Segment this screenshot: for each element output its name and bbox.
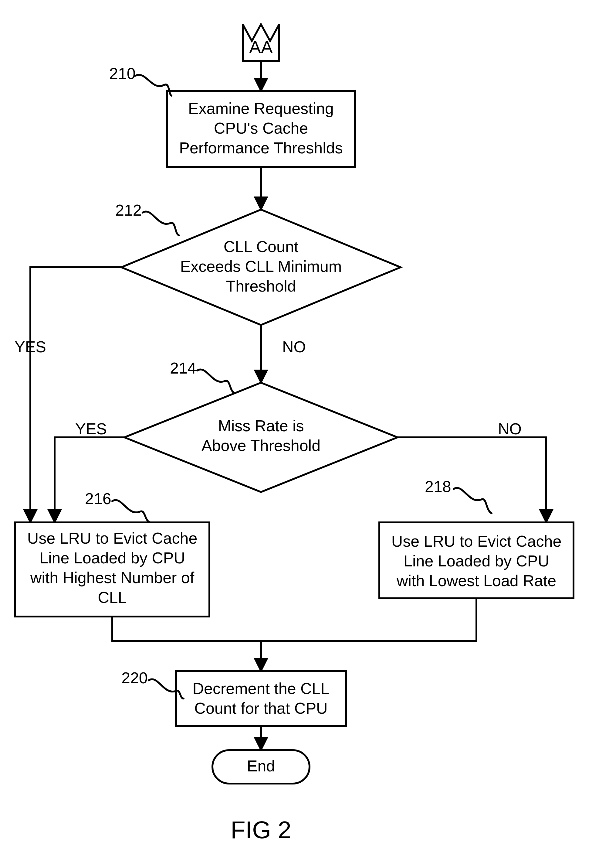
node-220-l1: Decrement the CLL xyxy=(193,680,330,697)
node-216-l2: Line Loaded by CPU xyxy=(39,549,185,567)
node-212-l2: Exceeds CLL Minimum xyxy=(180,258,342,275)
edge-212-no-label: NO xyxy=(282,338,306,356)
ref-210: 210 xyxy=(109,65,135,82)
node-210-l2: CPU's Cache xyxy=(214,119,308,137)
edge-216-to-merge xyxy=(112,616,261,641)
node-216-l1: Use LRU to Evict Cache xyxy=(27,529,197,547)
node-220: Decrement the CLL Count for that CPU xyxy=(176,671,346,726)
connector-aa: AA xyxy=(243,24,279,61)
edge-212-yes xyxy=(30,267,121,522)
figure-caption: FIG 2 xyxy=(230,817,291,844)
ref-218-squiggle xyxy=(454,488,492,513)
node-216-l4: CLL xyxy=(98,589,126,606)
edge-214-yes xyxy=(55,437,124,522)
ref-220: 220 xyxy=(121,669,148,687)
node-218: Use LRU to Evict Cache Line Loaded by CP… xyxy=(379,522,573,598)
node-214: Miss Rate is Above Threshold xyxy=(124,383,397,492)
ref-214: 214 xyxy=(170,359,196,377)
edge-214-yes-label: YES xyxy=(75,420,107,438)
node-212-l3: Threshold xyxy=(226,277,296,295)
connector-aa-label: AA xyxy=(249,37,273,57)
node-210-l1: Examine Requesting xyxy=(188,100,334,117)
node-216: Use LRU to Evict Cache Line Loaded by CP… xyxy=(15,522,209,616)
node-210-l3: Performance Threshlds xyxy=(179,139,343,157)
node-220-l2: Count for that CPU xyxy=(194,699,327,717)
node-end: End xyxy=(212,750,310,783)
ref-216-squiggle xyxy=(112,500,150,522)
edge-218-to-merge xyxy=(261,598,476,641)
node-216-l3: with Highest Number of xyxy=(30,569,194,586)
edge-212-yes-label: YES xyxy=(15,338,46,356)
edge-214-no xyxy=(397,437,546,522)
node-214-l1: Miss Rate is xyxy=(218,417,304,435)
node-212-l1: CLL Count xyxy=(224,238,299,255)
node-212: CLL Count Exceeds CLL Minimum Threshold xyxy=(121,210,400,325)
node-end-l1: End xyxy=(247,757,275,775)
ref-212-squiggle xyxy=(143,211,179,235)
edge-214-no-label: NO xyxy=(498,420,522,438)
ref-212: 212 xyxy=(115,201,142,219)
ref-214-squiggle xyxy=(197,369,235,393)
node-210: Examine Requesting CPU's Cache Performan… xyxy=(167,91,355,167)
node-218-l1: Use LRU to Evict Cache xyxy=(391,532,562,550)
node-218-l2: Line Loaded by CPU xyxy=(403,552,549,570)
node-214-l2: Above Threshold xyxy=(202,437,321,454)
svg-rect-5 xyxy=(176,671,346,726)
ref-218: 218 xyxy=(425,478,451,495)
node-218-l3: with Lowest Load Rate xyxy=(396,572,556,590)
ref-216: 216 xyxy=(85,490,111,507)
